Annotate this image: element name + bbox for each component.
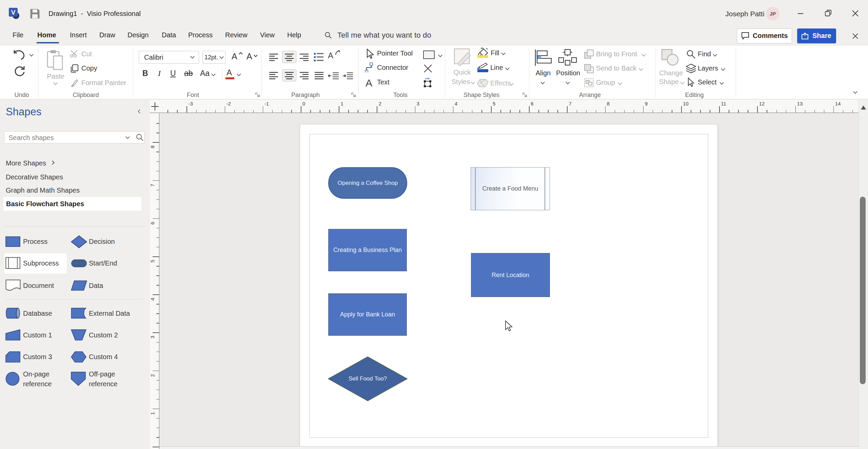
svg-text:V: V: [11, 9, 16, 16]
